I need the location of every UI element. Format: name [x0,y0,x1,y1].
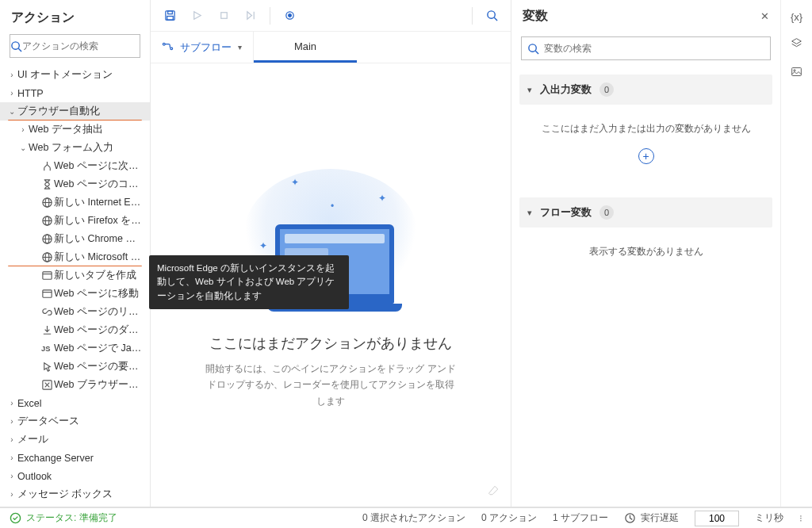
save-button[interactable] [159,5,181,27]
tab-main[interactable]: Main [254,32,357,63]
globe-icon [40,197,54,209]
tree-item-web-form[interactable]: ⌄Web フォーム入力 [0,139,150,157]
globe-icon [40,233,54,245]
tree-item-mail[interactable]: ›メール [0,430,150,449]
hourglass-icon [40,178,54,190]
tree-item-label: ブラウザー自動化 [17,105,145,118]
tree-item-new-ff[interactable]: 新しい Firefox を起動する [0,212,150,230]
tree-item-exchange[interactable]: ›Exchange Server [0,449,150,467]
right-rail: {x} [780,0,812,507]
tree-item-label: 新しい Internet Explor... [54,196,145,209]
tree-item-msgbox[interactable]: ›メッセージ ボックス [0,485,150,503]
status-actions: 0 アクション [481,511,537,525]
tree-item-browser[interactable]: ⌄ブラウザー自動化 [0,102,150,121]
chevron-right-icon: › [6,399,17,407]
svg-text:JS: JS [41,345,50,353]
subflow-dropdown[interactable]: サブフロー ▾ [151,32,254,63]
tree-item-label: Excel [17,398,145,409]
stop-button[interactable] [213,5,235,27]
run-button[interactable] [186,5,208,27]
chevron-right-icon: › [6,472,17,480]
actions-search-input[interactable] [22,40,141,52]
tree-item-label: Web ブラウザーを閉じる [54,378,145,392]
actions-panel: アクション ›UI オートメーション›HTTP⌄ブラウザー自動化›Web データ… [0,0,151,507]
svg-point-39 [794,70,795,71]
main-toolbar [151,0,511,32]
status-ready-label: ステータス: 準備完了 [26,511,117,525]
flow-variables-count: 0 [599,205,614,220]
tree-item-label: 新しい Chrome を起動... [54,232,145,246]
tree-item-goto[interactable]: Web ページに移動 [0,285,150,303]
tree-item-label: 新しい Firefox を起動する [54,214,145,228]
tree-item-new-tab[interactable]: 新しいタブを作成 [0,266,150,285]
delay-label: 実行遅延 [641,511,679,525]
tree-item-excel[interactable]: ›Excel [0,394,150,412]
svg-line-1 [18,48,21,52]
delay-input[interactable] [695,511,739,526]
status-more-icon[interactable]: ⁝ [799,513,802,524]
step-button[interactable] [239,5,262,27]
tree-item-outlook[interactable]: ›Outlook [0,467,150,485]
globe-icon [40,251,54,263]
empty-title: ここにはまだアクションがありません [209,334,452,353]
tree-item-page-contains[interactable]: Web ページに次が含ま... [0,157,150,175]
variables-search[interactable] [521,36,771,60]
tree-item-new-chrome[interactable]: 新しい Chrome を起動... [0,230,150,248]
variables-search-input[interactable] [544,43,770,54]
tree-item-label: Web ページに移動 [54,287,145,300]
tree-item-label: UI オートメーション [17,68,145,82]
tree-item-http[interactable]: ›HTTP [0,84,150,102]
add-variable-button[interactable]: + [638,148,654,164]
flow-variables-title: フロー変数 [540,205,592,220]
tree-item-label: メッセージ ボックス [17,488,145,501]
delay-unit: ミリ秒 [755,511,783,525]
tree-item-ui-auto[interactable]: ›UI オートメーション [0,66,150,84]
svg-point-33 [163,43,165,45]
variables-rail-icon[interactable]: {x} [791,11,802,23]
cursor-icon [40,361,54,373]
tree-item-hover[interactable]: Web ページの要素にマウ... [0,358,150,376]
chevron-down-icon: ▾ [238,43,242,52]
flow-variables-header[interactable]: ▾ フロー変数 0 [519,197,772,228]
tree-item-label: Web ページの要素にマウ... [54,360,145,373]
io-variables-section: ▾ 入出力変数 0 ここにはまだ入力または出力の変数がありません + [519,75,772,182]
tree-item-label: 新しい Microsoft Edge... [54,251,145,264]
toolbar-search-button[interactable] [481,5,503,27]
tree-item-page-contents[interactable]: Web ページのコンテンツ... [0,175,150,193]
tree-item-database[interactable]: ›データベース [0,412,150,430]
close-variables-button[interactable]: ✕ [760,10,769,22]
tree-item-web-extract[interactable]: ›Web データ抽出 [0,121,150,139]
variables-title: 変数 [523,8,760,25]
svg-line-36 [535,51,538,54]
svg-rect-23 [167,11,172,14]
tree-item-label: Web ページで JavaScrip... [54,342,145,355]
tree-item-close-browser[interactable]: Web ブラウザーを閉じる [0,376,150,394]
tree-item-download[interactable]: Web ページのダウンロード... [0,321,150,339]
svg-marker-25 [193,12,200,19]
io-variables-header[interactable]: ▾ 入出力変数 0 [519,75,772,105]
chevron-right-icon: › [6,490,17,499]
svg-point-34 [170,47,173,49]
svg-line-32 [494,17,497,21]
tree-item-click-link[interactable]: Web ページのリンクをク... [0,303,150,321]
chevron-right-icon: › [6,89,17,98]
tree-item-new-edge[interactable]: 新しい Microsoft Edge... [0,248,150,266]
tree-item-label: データベース [17,415,145,428]
actions-search[interactable] [10,34,140,58]
tree-item-new-ie[interactable]: 新しい Internet Explor... [0,193,150,212]
chevron-right-icon: › [6,71,17,79]
tree-item-run-js[interactable]: JSWeb ページで JavaScrip... [0,339,150,358]
tree-item-label: HTTP [17,88,145,99]
svg-point-0 [12,41,19,48]
svg-point-35 [528,44,535,51]
empty-subtitle: 開始するには、このペインにアクションをドラッグ アンド ドロップするか、レコーダ… [204,361,458,409]
eraser-icon[interactable] [488,484,500,499]
subflow-label: サブフロー [180,40,232,55]
svg-rect-26 [220,13,227,19]
layers-rail-icon[interactable] [791,37,802,52]
tree-item-label: Web ページに次が含ま... [54,159,145,173]
status-bar: ステータス: 準備完了 0 選択されたアクション 0 アクション 1 サブフロー… [0,507,812,528]
images-rail-icon[interactable] [791,66,802,80]
record-button[interactable] [278,5,301,27]
window-icon [40,288,54,300]
